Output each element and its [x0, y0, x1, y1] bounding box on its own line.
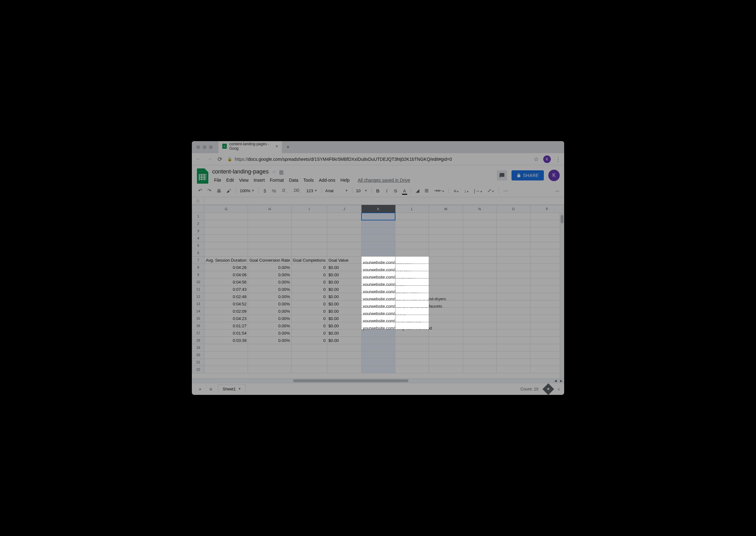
col-header-N[interactable]: N — [463, 205, 496, 213]
paint-format-button[interactable]: 🖌 — [224, 187, 233, 195]
row-header[interactable]: 13 — [192, 300, 205, 308]
move-folder-icon[interactable]: ▆ — [279, 169, 283, 175]
cell[interactable] — [463, 366, 496, 373]
cell[interactable] — [395, 344, 429, 352]
more-toolbar-button[interactable]: ⋯ — [501, 186, 510, 195]
cell[interactable] — [463, 279, 496, 286]
cell[interactable] — [463, 322, 496, 329]
cell[interactable] — [429, 344, 463, 352]
cell[interactable] — [362, 235, 395, 242]
explore-button[interactable] — [542, 383, 554, 395]
col-header-K[interactable]: K — [362, 205, 395, 213]
cell[interactable]: 0 — [291, 264, 327, 271]
cell[interactable] — [497, 300, 530, 308]
cell[interactable]: $0.00 — [327, 329, 362, 337]
cell[interactable] — [463, 220, 496, 227]
cell[interactable] — [291, 249, 327, 256]
account-avatar[interactable]: K — [548, 170, 560, 181]
cell[interactable] — [497, 352, 530, 359]
cell[interactable] — [395, 315, 429, 322]
sheets-logo-icon[interactable] — [196, 168, 209, 184]
cell[interactable] — [530, 329, 564, 337]
cell[interactable] — [497, 227, 530, 235]
cell[interactable] — [429, 352, 463, 359]
cell[interactable] — [291, 344, 327, 352]
cell[interactable] — [530, 235, 564, 242]
cell[interactable]: $0.00 — [327, 322, 362, 329]
browser-menu-icon[interactable]: ⋮ — [555, 156, 561, 163]
cell[interactable] — [248, 227, 291, 235]
cell[interactable]: 0:04:23 — [205, 315, 248, 322]
cell[interactable]: 0.00% — [248, 329, 291, 337]
row-header[interactable]: 20 — [192, 352, 205, 359]
row-header[interactable]: 10 — [192, 279, 205, 286]
cell[interactable] — [463, 359, 496, 366]
cell[interactable] — [395, 337, 429, 344]
cell[interactable] — [497, 293, 530, 300]
cell[interactable] — [530, 300, 564, 308]
cell[interactable] — [429, 315, 463, 322]
minimize-window-icon[interactable] — [203, 145, 207, 149]
cell[interactable] — [395, 322, 429, 329]
cell[interactable]: 0:01:27 — [205, 322, 248, 329]
cell[interactable]: 0 — [291, 286, 327, 293]
cell[interactable] — [395, 286, 429, 293]
cell[interactable] — [362, 344, 395, 352]
row-header[interactable]: 6 — [192, 249, 205, 256]
cell[interactable] — [497, 286, 530, 293]
cell[interactable] — [395, 264, 429, 271]
cell[interactable] — [395, 235, 429, 242]
cell[interactable] — [395, 249, 429, 256]
cell[interactable] — [362, 242, 395, 249]
cell[interactable] — [395, 359, 429, 366]
cell[interactable] — [463, 337, 496, 344]
cell[interactable]: 0:07:43 — [205, 286, 248, 293]
menu-view[interactable]: View — [237, 176, 250, 184]
font-dropdown[interactable]: Arial▼ — [324, 188, 349, 194]
cell[interactable] — [530, 322, 564, 329]
col-header-G[interactable]: G — [205, 205, 248, 213]
text-rotate-button[interactable]: ⤢▼ — [485, 186, 496, 195]
cell[interactable] — [327, 227, 362, 235]
cell[interactable] — [530, 359, 564, 366]
cell[interactable] — [327, 344, 362, 352]
font-size-dropdown[interactable]: 10▼ — [355, 188, 369, 194]
cell[interactable] — [429, 213, 463, 220]
cell[interactable]: 0 — [291, 329, 327, 337]
cell[interactable] — [463, 329, 496, 337]
col-header-J[interactable]: J — [327, 205, 362, 213]
cell[interactable]: Goal Conversion Rate — [248, 256, 291, 264]
row-header[interactable]: 5 — [192, 242, 205, 249]
cell[interactable]: 0.00% — [248, 293, 291, 300]
forward-button[interactable]: → — [206, 156, 212, 162]
cell[interactable] — [497, 329, 530, 337]
row-header[interactable]: 1 — [192, 213, 205, 220]
cell[interactable] — [248, 366, 291, 373]
add-sheet-button[interactable]: + — [196, 385, 204, 393]
menu-format[interactable]: Format — [268, 176, 286, 184]
cell[interactable]: 0:04:52 — [205, 300, 248, 308]
cell[interactable] — [497, 242, 530, 249]
cell[interactable] — [429, 286, 463, 293]
sheet-tab-menu-icon[interactable]: ▼ — [238, 387, 241, 390]
cell[interactable] — [530, 293, 564, 300]
cell[interactable] — [463, 300, 496, 308]
cell[interactable] — [530, 315, 564, 322]
row-header[interactable]: 7 — [192, 256, 205, 264]
cell[interactable]: 0.00% — [248, 300, 291, 308]
strikethrough-button[interactable]: S — [392, 187, 400, 195]
row-header[interactable]: 22 — [192, 366, 205, 373]
cell[interactable]: 0:02:09 — [205, 308, 248, 315]
cell[interactable] — [248, 352, 291, 359]
row-header[interactable]: 14 — [192, 308, 205, 315]
cell[interactable]: $0.00 — [327, 293, 362, 300]
cell[interactable] — [395, 271, 429, 279]
row-header[interactable]: 11 — [192, 286, 205, 293]
cell[interactable]: 0.00% — [248, 315, 291, 322]
cell[interactable]: 0 — [291, 315, 327, 322]
cell[interactable] — [497, 256, 530, 264]
cell[interactable] — [291, 366, 327, 373]
row-header[interactable]: 8 — [192, 264, 205, 271]
cell[interactable] — [291, 213, 327, 220]
cell[interactable] — [205, 235, 248, 242]
